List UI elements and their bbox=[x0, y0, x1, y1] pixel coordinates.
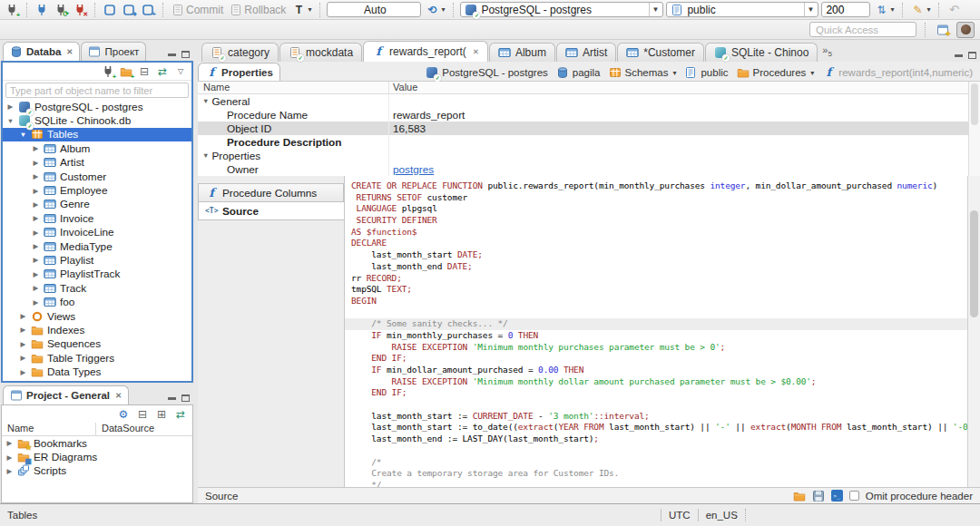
close-icon[interactable]: ✕ bbox=[115, 391, 122, 400]
new-connection-icon[interactable]: + bbox=[102, 65, 114, 78]
transaction-log-button[interactable]: T▾ bbox=[290, 3, 313, 17]
tree-arrow-icon[interactable]: ▶ bbox=[32, 144, 40, 152]
project-item-er-diagrams[interactable]: ▶▦ER Diagrams bbox=[2, 450, 192, 463]
tree-item-data-types[interactable]: ▶Data Types bbox=[3, 365, 191, 378]
minimize-icon[interactable] bbox=[168, 54, 176, 56]
tree-arrow-icon[interactable]: ▶ bbox=[6, 102, 15, 111]
tab-properties[interactable]: f Properties bbox=[198, 63, 280, 81]
collapse-all-icon[interactable]: ⊟ bbox=[136, 408, 149, 421]
open-file-icon[interactable] bbox=[793, 490, 806, 502]
tree-arrow-icon[interactable]: ▶ bbox=[32, 159, 40, 167]
owner-link[interactable]: postgres bbox=[393, 163, 434, 176]
tree-item-track[interactable]: ▶Track bbox=[3, 281, 191, 295]
object-filter-input[interactable] bbox=[5, 83, 189, 98]
new-sql-editor-button[interactable]: + bbox=[140, 3, 156, 17]
property-row-procedure-name[interactable]: Procedure Namerewards_report bbox=[198, 108, 980, 122]
minimize-icon[interactable] bbox=[168, 397, 176, 400]
tab-project-general[interactable]: Project - General ✕ bbox=[3, 385, 129, 404]
tab-projects[interactable]: Проект bbox=[81, 42, 146, 61]
maximize-icon[interactable] bbox=[968, 52, 976, 59]
editor-tab-customer[interactable]: *Customer bbox=[617, 43, 704, 62]
tree-item-playlisttrack[interactable]: ▶PlaylistTrack bbox=[3, 268, 191, 281]
property-row-procedure-description[interactable]: Procedure Description bbox=[198, 135, 980, 149]
tree-arrow-icon[interactable]: ▶ bbox=[32, 270, 40, 278]
tree-item-views[interactable]: ▶Views bbox=[3, 309, 191, 323]
tree-arrow-icon[interactable]: ▶ bbox=[5, 453, 14, 462]
connect-button[interactable]: + bbox=[4, 3, 20, 17]
tree-item-foo[interactable]: ▶foo bbox=[3, 295, 191, 308]
tree-item-employee[interactable]: ▶Employee bbox=[3, 183, 191, 197]
tree-item-tables[interactable]: ▼Tables bbox=[3, 128, 191, 141]
tree-arrow-icon[interactable]: ▶ bbox=[32, 200, 40, 209]
property-row-properties[interactable]: ▼Properties bbox=[198, 149, 980, 162]
tree-arrow-icon[interactable]: ▼ bbox=[19, 131, 27, 139]
editor-tab-rewards-report[interactable]: frewards_report(✕ bbox=[363, 41, 488, 62]
group-arrow-icon[interactable]: ▼ bbox=[202, 97, 209, 105]
auto-sync-button[interactable]: ⇅▾ bbox=[873, 3, 896, 17]
dbeaver-perspective-button[interactable] bbox=[956, 22, 975, 38]
tree-arrow-icon[interactable]: ▶ bbox=[32, 298, 40, 307]
tree-arrow-icon[interactable]: ▶ bbox=[32, 229, 40, 237]
tree-item-table-triggers[interactable]: ▶Table Triggers bbox=[3, 351, 191, 365]
breadcrumb-schemas[interactable]: Schemas▾ bbox=[609, 66, 677, 79]
tree-arrow-icon[interactable]: ▶ bbox=[19, 340, 27, 348]
open-sql-console-button[interactable]: ➜ bbox=[121, 3, 137, 17]
tree-arrow-icon[interactable]: ▶ bbox=[32, 187, 40, 195]
tree-item-genre[interactable]: ▶Genre bbox=[3, 198, 191, 211]
expand-all-icon[interactable]: ⊞ bbox=[155, 408, 168, 421]
tree-item-sequences[interactable]: ▶Sequences bbox=[3, 337, 191, 351]
tree-arrow-icon[interactable]: ▶ bbox=[32, 256, 40, 264]
tree-arrow-icon[interactable]: ▶ bbox=[19, 368, 27, 376]
reconnect-button[interactable]: ⟳ bbox=[53, 3, 69, 17]
tree-arrow-icon[interactable]: ▶ bbox=[19, 326, 27, 334]
property-row-owner[interactable]: Ownerpostgres bbox=[198, 162, 980, 176]
project-item-bookmarks[interactable]: ▶★Bookmarks bbox=[2, 436, 192, 450]
tree-arrow-icon[interactable]: ▼ bbox=[6, 117, 15, 125]
minimize-icon[interactable] bbox=[955, 54, 963, 57]
save-icon[interactable] bbox=[812, 490, 825, 502]
view-menu-icon[interactable]: ▽ bbox=[174, 65, 187, 78]
close-icon[interactable]: ✕ bbox=[473, 47, 479, 56]
breadcrumb-rewards-report-int4-numeric[interactable]: frewards_report(int4,numeric) bbox=[822, 66, 973, 79]
tree-item-invoice[interactable]: ▶Invoice bbox=[3, 211, 191, 225]
tree-item-indexes[interactable]: ▶Indexes bbox=[3, 323, 191, 336]
tree-item-playlist[interactable]: ▶Playlist bbox=[3, 253, 191, 267]
tree-item-artist[interactable]: ▶Artist bbox=[3, 156, 191, 170]
scrollbar-thumb[interactable] bbox=[971, 83, 978, 125]
open-connection-button[interactable] bbox=[34, 3, 50, 17]
maximize-icon[interactable] bbox=[181, 51, 190, 58]
breadcrumb-postgresql-postgres[interactable]: ✓PostgreSQL - postgres bbox=[426, 66, 548, 79]
settings-gear-icon[interactable]: ⚙ bbox=[117, 408, 130, 421]
schema-combo[interactable]: public ▼ bbox=[666, 2, 818, 17]
maximize-icon[interactable] bbox=[181, 394, 190, 402]
editor-tab-artist[interactable]: Artist bbox=[556, 43, 616, 62]
editor-tab-album[interactable]: Album bbox=[489, 43, 555, 62]
tree-arrow-icon[interactable]: ▶ bbox=[19, 312, 27, 320]
editor-tab-mockdata[interactable]: ✓mockdata bbox=[279, 43, 362, 62]
tree-item-sqlite-chinook-db[interactable]: ▼✓SQLite - Chinook.db bbox=[3, 113, 191, 127]
tree-item-postgresql-postgres[interactable]: ▶✓PostgreSQL - postgres bbox=[3, 100, 191, 113]
console-icon[interactable]: >_ bbox=[831, 490, 843, 502]
breadcrumb-procedures[interactable]: Procedures▾ bbox=[737, 66, 815, 79]
properties-scrollbar[interactable] bbox=[968, 82, 980, 176]
group-arrow-icon[interactable]: ▼ bbox=[202, 151, 209, 160]
tree-arrow-icon[interactable]: ▶ bbox=[5, 439, 14, 447]
rollback-button[interactable]: Rollback bbox=[228, 3, 288, 17]
property-row-object-id[interactable]: Object ID16,583 bbox=[198, 122, 980, 135]
tree-arrow-icon[interactable]: ▶ bbox=[32, 172, 40, 180]
commit-button[interactable]: Commit bbox=[170, 3, 225, 17]
fetch-size-input[interactable] bbox=[821, 2, 870, 17]
tree-item-album[interactable]: ▶Album bbox=[3, 141, 191, 155]
tree-arrow-icon[interactable]: ▶ bbox=[19, 354, 27, 362]
tab-database-navigator[interactable]: Databa ✕ bbox=[3, 42, 80, 61]
undo-button[interactable]: ↶ bbox=[946, 3, 962, 17]
quick-access-input[interactable] bbox=[809, 22, 916, 37]
collapse-all-icon[interactable]: ⊟ bbox=[138, 65, 151, 78]
tree-arrow-icon[interactable]: ▶ bbox=[32, 214, 40, 222]
editor-tab-sqlite-chinoo[interactable]: ✓SQLite - Chinoo bbox=[705, 43, 818, 62]
link-with-editor-icon[interactable]: ⇄ bbox=[174, 408, 187, 421]
breadcrumb-public[interactable]: public bbox=[684, 66, 728, 79]
pencil-tools-button[interactable]: ✎▾ bbox=[909, 3, 932, 17]
editor-tab-category[interactable]: ✓category bbox=[201, 43, 279, 62]
property-row-general[interactable]: ▼General bbox=[198, 94, 980, 108]
